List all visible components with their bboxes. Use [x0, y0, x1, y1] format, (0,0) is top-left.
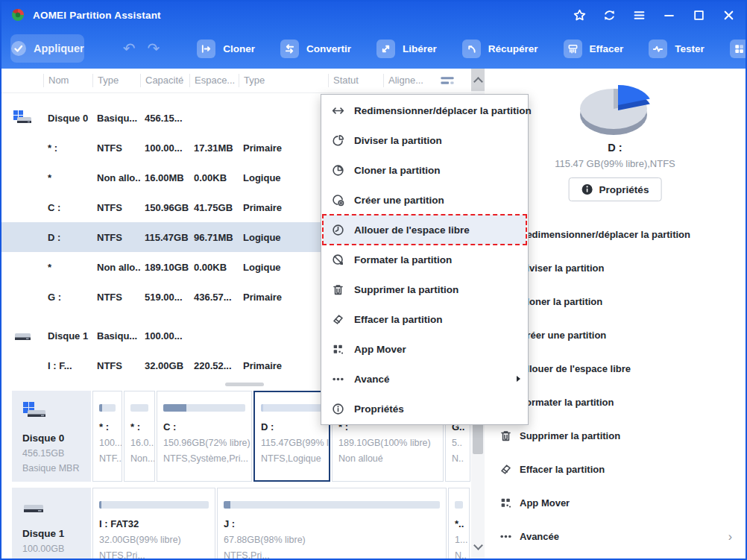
free-up-icon — [376, 40, 395, 58]
disk0-icon — [1, 110, 43, 126]
refresh-icon[interactable] — [602, 8, 616, 22]
menu-item-resize-move[interactable]: Redimensionner/déplacer la partition — [321, 95, 528, 125]
menu-item-wipe[interactable]: Effacer la partition — [321, 304, 528, 334]
recover-icon — [462, 40, 481, 58]
waveform-icon — [649, 40, 667, 58]
column-header-capacite[interactable]: Capacité — [140, 74, 189, 87]
disk1-strip: Disque 1 100.00GB Basique MBR I : FAT32 … — [12, 488, 471, 560]
toolbar-button-recover[interactable]: Récupérer — [462, 40, 538, 58]
disk0-icon — [22, 401, 46, 421]
main-area: Nom Type Capacité Espace... Type Statut … — [1, 69, 746, 559]
minimize-button[interactable] — [662, 8, 675, 22]
toolbar-button-wipe[interactable]: Effacer — [564, 40, 624, 58]
action-app-mover[interactable]: App Mover — [485, 486, 746, 520]
app-logo-icon — [10, 7, 25, 22]
toolbar-button-convert[interactable]: Convertir — [280, 40, 351, 58]
partition-block-i[interactable]: I : FAT32 32.00GB(99% libre) NTFS,Pri... — [92, 488, 215, 560]
menu-item-advanced[interactable]: Avancé — [321, 364, 528, 394]
disk1-icon — [1, 327, 43, 344]
undo-icon[interactable]: ↶ — [123, 41, 136, 56]
favorite-star-icon[interactable] — [573, 8, 586, 22]
menu-item-allocate-free-space[interactable]: Allouer de l'espace libre — [323, 215, 526, 245]
toolbar: Appliquer ↶ ↷ Cloner Convertir Libér — [1, 28, 746, 69]
action-wipe[interactable]: Effacer la partition — [485, 453, 746, 486]
convert-icon — [280, 40, 299, 58]
tools-grid-icon — [730, 40, 747, 58]
menu-item-delete[interactable]: Supprimer la partition — [321, 274, 528, 304]
horizontal-scrollbar-thumb[interactable] — [225, 383, 264, 386]
column-header-nom[interactable]: Nom — [43, 74, 92, 87]
toolbar-button-clone[interactable]: Cloner — [197, 40, 255, 58]
window-title: AOMEI Partition Assistant — [33, 10, 161, 21]
clone-icon — [197, 40, 215, 58]
submenu-arrow-icon — [517, 376, 520, 382]
action-advanced[interactable]: Avancée › — [485, 520, 746, 553]
column-header-statut[interactable]: Statut — [328, 74, 383, 87]
check-circle-icon — [10, 40, 27, 57]
toolbar-button-tools[interactable]: Outils — [730, 40, 747, 58]
scroll-up-arrow[interactable] — [471, 69, 485, 91]
hamburger-menu-icon[interactable] — [632, 8, 646, 22]
partition-block-j[interactable]: J : 67.88GB(98% libre) NTFS,Pri... — [217, 488, 447, 560]
menu-item-split[interactable]: Diviser la partition — [321, 125, 528, 155]
toolbar-button-test[interactable]: Tester — [649, 40, 705, 58]
title-bar: AOMEI Partition Assistant — [1, 1, 746, 28]
app-window: AOMEI Partition Assistant — [0, 0, 747, 560]
toolbar-button-free-up[interactable]: Libérer — [376, 40, 437, 58]
menu-item-create[interactable]: Créer une partition — [321, 185, 528, 215]
table-header: Nom Type Capacité Espace... Type Statut … — [1, 69, 471, 93]
column-header-aligne[interactable]: Aligne... — [383, 74, 429, 87]
menu-item-format[interactable]: Formater la partition — [321, 245, 528, 274]
menu-item-properties[interactable]: Propriétés — [321, 394, 528, 424]
partition-block-clipped[interactable]: *.. 1... N.. — [448, 488, 470, 560]
shredder-icon — [564, 40, 582, 58]
close-button[interactable] — [722, 8, 735, 22]
maximize-button[interactable] — [692, 8, 705, 22]
disk0-card[interactable]: Disque 0 456.15GB Basique MBR — [12, 391, 91, 482]
partition-block-c[interactable]: C : 150.96GB(72% libre) NTFS,Système,Pri… — [157, 391, 252, 482]
disk1-card[interactable]: Disque 1 100.00GB Basique MBR — [12, 488, 91, 560]
disk1-icon — [22, 498, 45, 516]
column-header-type[interactable]: Type — [92, 74, 140, 87]
scrollbar-thumb[interactable] — [473, 423, 483, 454]
partition-block[interactable]: * : 16.0... Non... — [124, 391, 155, 482]
partition-block-d-selected[interactable]: D : 115.47GB(99% l... NTFS,Logique — [253, 391, 330, 482]
menu-item-app-mover[interactable]: App Mover — [321, 334, 528, 364]
menu-item-clone[interactable]: Cloner la partition — [321, 155, 528, 185]
context-menu: Redimensionner/déplacer la partition Div… — [321, 94, 529, 425]
scroll-down-arrow[interactable] — [471, 538, 485, 556]
partition-block[interactable]: * : 100.... NTF... — [92, 391, 122, 482]
top-bar: AOMEI Partition Assistant — [1, 1, 746, 69]
info-icon — [581, 183, 593, 195]
column-header-type2[interactable]: Type — [239, 74, 328, 87]
column-settings-icon[interactable] — [440, 75, 455, 86]
column-header-espace[interactable]: Espace... — [189, 74, 239, 87]
chevron-right-icon: › — [728, 530, 732, 544]
apply-button[interactable]: Appliquer — [10, 34, 84, 63]
redo-icon[interactable]: ↷ — [147, 41, 160, 56]
properties-button[interactable]: Propriétés — [569, 177, 662, 201]
